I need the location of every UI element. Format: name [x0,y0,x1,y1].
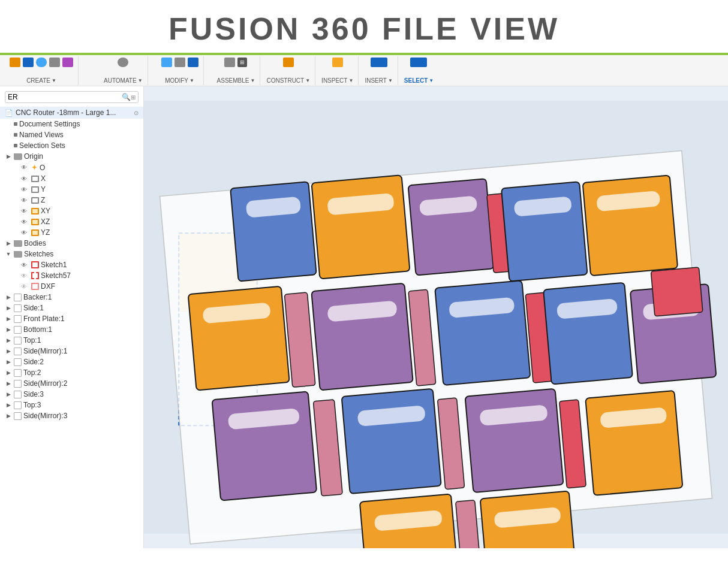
eye-icon-y: 👁 [21,186,29,193]
piece-blue-1 [230,182,317,281]
origin-label: Origin [24,152,43,161]
checkbox-side2 [14,358,22,366]
modify-label[interactable]: MODIFY ▼ [165,77,194,84]
z-label: Z [41,196,45,204]
tree-item-top2[interactable]: ▶ Top:2 [0,367,143,378]
create-icon-3 [36,58,47,67]
side1-label: Side:1 [23,304,44,312]
tree-item-backer1[interactable]: ▶ Backer:1 [0,292,143,303]
tree-item-x[interactable]: 👁 X [0,173,143,184]
title-area: FUSION 360 FILE VIEW [0,0,728,55]
tree-item-y[interactable]: 👁 Y [0,184,143,195]
tree-item-o[interactable]: 👁 ✦ O [0,162,143,173]
tree-item-sketches[interactable]: ▼ Sketches [0,249,143,259]
tree-item-doc-settings[interactable]: Document Settings [0,119,143,129]
inspect-icons [332,58,343,67]
tree-item-sidemirror3[interactable]: ▶ Side(Mirror):3 [0,410,143,421]
toolbar-group-inspect: INSPECT ▼ [317,56,359,85]
eye-icon-sketch1: 👁 [21,262,29,268]
tree-item-bottom1[interactable]: ▶ Bottom:1 [0,324,143,335]
search-input[interactable] [8,93,122,101]
page-title: FUSION 360 FILE VIEW [0,11,728,47]
xz-label: XZ [41,217,50,226]
y-label: Y [41,185,46,194]
create-icon-2 [23,58,34,67]
select-icon [410,58,427,67]
file-header-row[interactable]: 📄 CNC Router -18mm - Large 1... ⊙ [0,107,143,119]
tree-item-top3[interactable]: ▶ Top:3 [0,400,143,410]
tree-item-side2[interactable]: ▶ Side:2 [0,356,143,367]
insert-icon [371,58,387,67]
automate-icons [118,58,128,67]
construct-label[interactable]: CONSTRUCT ▼ [266,77,310,84]
tree-item-origin[interactable]: ▶ Origin [0,151,143,162]
tree-item-top1[interactable]: ▶ Top:1 [0,335,143,346]
doc-settings-label: Document Settings [19,120,80,128]
file-icon: 📄 [5,109,13,117]
top3-label: Top:3 [23,401,41,409]
create-icon-4 [49,58,60,67]
assemble-arrow: ▼ [250,78,255,83]
insert-text: INSERT [365,77,387,84]
modify-icon-3 [188,58,198,67]
construct-arrow: ▼ [305,78,310,83]
cad-svg [144,86,728,548]
eye-icon-sketch57: 👁 [21,273,29,279]
tree-item-side1[interactable]: ▶ Side:1 [0,303,143,313]
sketch1-label: Sketch1 [41,261,67,269]
automate-label[interactable]: AUTOMATE ▼ [104,77,143,84]
tree-item-dxf[interactable]: 👁 DXF [0,281,143,292]
backer1-label: Backer:1 [23,293,52,301]
tree-item-z[interactable]: 👁 Z [0,195,143,206]
x-label: X [41,174,46,183]
eye-icon-xz: 👁 [21,219,29,225]
tree-item-selection-sets[interactable]: Selection Sets [0,140,143,151]
expand-arrow-top2: ▶ [5,370,12,376]
sidemirror3-label: Side(Mirror):3 [23,412,67,420]
checkbox-top2 [14,369,22,377]
inspect-text: INSPECT [321,77,347,84]
modify-arrow: ▼ [189,78,194,83]
inspect-icon [332,58,343,67]
bullet-icon [14,122,17,126]
tree-item-side3[interactable]: ▶ Side:3 [0,389,143,400]
expand-arrow-bodies: ▶ [5,240,12,246]
origin-star-icon: ✦ [31,163,38,172]
select-label[interactable]: SELECT ▼ [404,77,434,84]
tree-item-sketch1[interactable]: 👁 Sketch1 [0,259,143,270]
tree-item-frontplate1[interactable]: ▶ Front Plate:1 [0,313,143,324]
tree-item-sketch57[interactable]: 👁 Sketch57 [0,270,143,281]
tree-item-xy[interactable]: 👁 XY [0,206,143,216]
file-target-icon: ⊙ [134,110,139,116]
create-label[interactable]: CREATE ▼ [26,77,56,84]
tree-item-sidemirror2[interactable]: ▶ Side(Mirror):2 [0,378,143,389]
tree-item-yz[interactable]: 👁 YZ [0,227,143,238]
yz-label: YZ [41,228,50,237]
tree-item-named-views[interactable]: Named Views [0,129,143,140]
sketch57-label: Sketch57 [41,271,71,280]
expand-arrow-top3: ▶ [5,402,12,408]
expand-arrow-origin: ▶ [5,153,12,159]
expand-arrow-top1: ▶ [5,337,12,343]
tree-item-sidemirror1[interactable]: ▶ Side(Mirror):1 [0,346,143,356]
search-bar[interactable]: 🔍 ⊞ [5,91,139,103]
inspect-label[interactable]: INSPECT ▼ [321,77,353,84]
named-views-label: Named Views [19,131,64,139]
top1-label: Top:1 [23,336,41,345]
folder-icon-bodies [14,240,22,247]
toolbar-group-insert: INSERT ▼ [360,56,398,85]
viewport[interactable] [144,86,728,548]
toolbar-group-automate: AUTOMATE ▼ [99,56,148,85]
automate-icon [118,58,128,67]
assemble-label[interactable]: ASSEMBLE ▼ [217,77,255,84]
tree-item-bodies[interactable]: ▶ Bodies [0,238,143,249]
insert-label[interactable]: INSERT ▼ [365,77,392,84]
checkbox-sidemirror3 [14,412,22,420]
folder-icon-origin [14,153,22,160]
create-icons [10,58,73,67]
sidemirror1-label: Side(Mirror):1 [23,347,67,355]
tree-item-xz[interactable]: 👁 XZ [0,216,143,227]
piece-blue-5 [342,389,441,494]
piece-purple-4 [212,391,317,500]
xy-label: XY [41,207,50,215]
